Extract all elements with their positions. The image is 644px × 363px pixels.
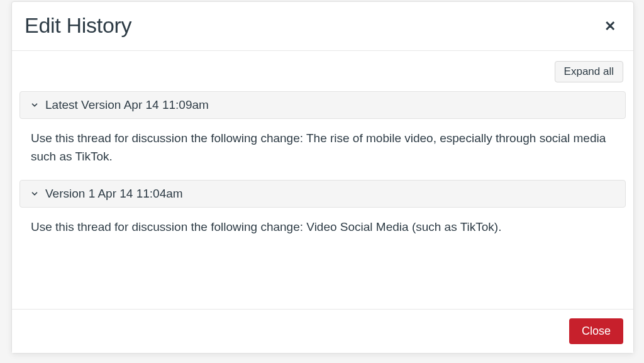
version-header-label: Latest Version Apr 14 11:09am — [45, 98, 209, 112]
modal-title: Edit History — [25, 13, 131, 38]
close-button[interactable]: Close — [569, 318, 623, 344]
expand-all-button[interactable]: Expand all — [555, 61, 623, 82]
close-icon[interactable]: ✕ — [599, 17, 621, 36]
expand-all-row: Expand all — [19, 61, 626, 82]
edit-history-modal: Edit History ✕ Expand all Latest Version… — [11, 1, 634, 354]
version-content-latest: Use this thread for discussion the follo… — [19, 126, 626, 180]
chevron-down-icon — [29, 99, 40, 111]
modal-body: Expand all Latest Version Apr 14 11:09am… — [12, 51, 633, 309]
version-header-label: Version 1 Apr 14 11:04am — [45, 187, 183, 201]
version-content-1: Use this thread for discussion the follo… — [19, 215, 626, 250]
modal-header: Edit History ✕ — [12, 2, 633, 51]
version-row-latest[interactable]: Latest Version Apr 14 11:09am — [19, 91, 626, 119]
modal-footer: Close — [12, 309, 633, 353]
version-row-1[interactable]: Version 1 Apr 14 11:04am — [19, 180, 626, 208]
chevron-down-icon — [29, 188, 40, 199]
